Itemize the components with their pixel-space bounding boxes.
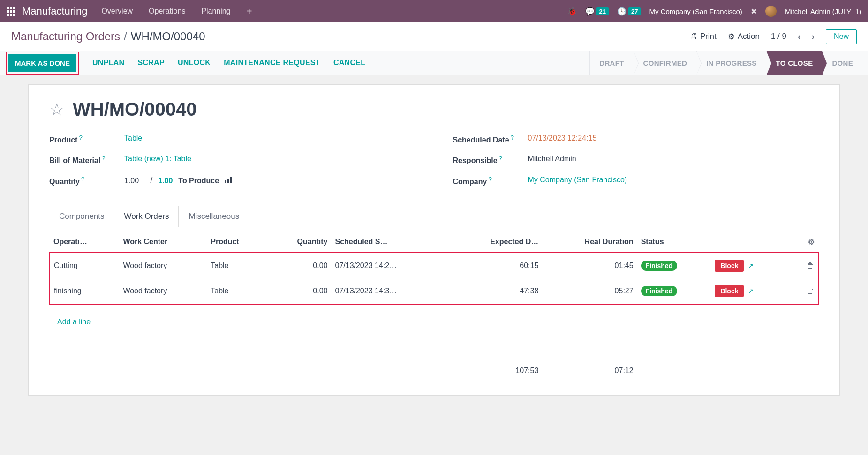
cancel-button[interactable]: CANCEL	[333, 59, 365, 67]
th-expected[interactable]: Expected D…	[448, 232, 542, 253]
company-selector[interactable]: My Company (San Francisco)	[649, 7, 742, 15]
mark-as-done-button[interactable]: MARK AS DONE	[8, 54, 76, 72]
value-company[interactable]: My Company (San Francisco)	[528, 176, 627, 186]
tab-components[interactable]: Components	[49, 206, 114, 227]
external-link-icon[interactable]: ↗	[748, 287, 754, 295]
next-button[interactable]: ›	[812, 32, 815, 42]
to-produce-label: To Produce	[178, 177, 219, 185]
nav-add-icon[interactable]: +	[247, 6, 252, 17]
value-bom[interactable]: Table (new) 1: Table	[124, 155, 191, 165]
qty-target: 1.00	[158, 177, 173, 185]
print-label: Print	[700, 32, 717, 41]
action-bar: MARK AS DONE UNPLAN SCRAP UNLOCK MAINTEN…	[0, 51, 868, 75]
value-quantity: 1.00 / 1.00 To Produce	[124, 176, 233, 186]
order-name: WH/MO/00040	[73, 99, 197, 120]
unplan-button[interactable]: UNPLAN	[92, 59, 124, 67]
clock-icon: 🕓	[617, 7, 626, 16]
cell-qty: 0.00	[267, 278, 331, 304]
add-line-button[interactable]: Add a line	[53, 311, 815, 333]
th-status[interactable]: Status	[637, 232, 793, 253]
label-company: Company?	[453, 176, 528, 186]
svg-rect-0	[225, 180, 226, 183]
chat-icon: 💬	[585, 7, 595, 16]
th-operation[interactable]: Operati…	[50, 232, 119, 253]
cell-scheduled: 07/13/2023 14:2…	[331, 253, 448, 278]
cell-operation: finishing	[50, 278, 119, 304]
activities-badge: 27	[628, 7, 641, 15]
maintenance-button[interactable]: MAINTENANCE REQUEST	[224, 59, 320, 67]
tools-icon[interactable]: ✖	[751, 7, 757, 16]
cell-work-center: Wood factory	[119, 253, 207, 278]
scrap-button[interactable]: SCRAP	[137, 59, 165, 67]
print-button[interactable]: 🖨 Print	[689, 32, 717, 41]
th-work-center[interactable]: Work Center	[119, 232, 207, 253]
table-row[interactable]: Cutting Wood factory Table 0.00 07/13/20…	[50, 253, 818, 278]
status-confirmed[interactable]: CONFIRMED	[634, 51, 697, 75]
label-bom: Bill of Material?	[49, 155, 124, 165]
cell-operation: Cutting	[50, 253, 119, 278]
value-scheduled[interactable]: 07/13/2023 12:24:15	[528, 134, 597, 144]
breadcrumb-sep: /	[124, 30, 127, 43]
table-row[interactable]: finishing Wood factory Table 0.00 07/13/…	[50, 278, 818, 304]
breadcrumb-bar: Manufacturing Orders / WH/MO/00040 🖨 Pri…	[0, 22, 868, 51]
app-title: Manufacturing	[22, 5, 87, 17]
breadcrumb-parent[interactable]: Manufacturing Orders	[11, 30, 120, 43]
tab-misc[interactable]: Miscellaneous	[179, 206, 249, 227]
breadcrumb-current: WH/MO/00040	[131, 30, 205, 43]
value-responsible[interactable]: Mitchell Admin	[528, 155, 576, 165]
cell-real: 01:45	[542, 253, 637, 278]
prev-button[interactable]: ‹	[798, 32, 800, 42]
bug-icon[interactable]: 🐞	[567, 7, 577, 16]
status-to-close[interactable]: TO CLOSE	[766, 51, 823, 75]
cell-work-center: Wood factory	[119, 278, 207, 304]
star-icon[interactable]: ☆	[49, 100, 64, 119]
nav-operations[interactable]: Operations	[149, 7, 185, 15]
fields-right: Scheduled Date? 07/13/2023 12:24:15 Resp…	[453, 134, 819, 196]
block-button[interactable]: Block	[715, 285, 744, 297]
form-sheet: ☆ WH/MO/00040 Product? Table Bill of Mat…	[28, 84, 840, 396]
status-badge: Finished	[641, 286, 678, 296]
forecast-icon[interactable]	[225, 177, 233, 185]
activities-button[interactable]: 🕓 27	[617, 7, 641, 16]
cell-scheduled: 07/13/2023 14:3…	[331, 278, 448, 304]
user-menu[interactable]: Mitchell Admin (JULY_1)	[785, 7, 861, 15]
cell-expected: 47:38	[448, 278, 542, 304]
highlight-work-orders: Cutting Wood factory Table 0.00 07/13/20…	[50, 253, 818, 304]
new-button[interactable]: New	[826, 29, 857, 44]
block-button[interactable]: Block	[715, 260, 744, 272]
label-scheduled: Scheduled Date?	[453, 134, 528, 144]
status-in-progress[interactable]: IN PROGRESS	[696, 51, 766, 75]
apps-icon[interactable]	[7, 7, 15, 16]
cell-product: Table	[207, 278, 267, 304]
th-quantity[interactable]: Quantity	[267, 232, 331, 253]
print-icon: 🖨	[689, 32, 697, 41]
trash-icon[interactable]: 🗑	[807, 261, 814, 269]
avatar[interactable]	[765, 6, 777, 17]
tab-work-orders[interactable]: Work Orders	[114, 206, 179, 227]
highlight-mark-done: MARK AS DONE	[6, 52, 79, 75]
qty-value[interactable]: 1.00	[124, 177, 139, 185]
top-nav: Manufacturing Overview Operations Planni…	[0, 0, 868, 22]
label-quantity: Quantity?	[49, 176, 124, 186]
svg-rect-2	[230, 177, 232, 183]
column-settings-icon[interactable]: ⚙	[808, 238, 815, 246]
th-scheduled[interactable]: Scheduled S…	[331, 232, 448, 253]
external-link-icon[interactable]: ↗	[748, 262, 754, 269]
nav-overview[interactable]: Overview	[101, 7, 133, 15]
qty-sep: /	[150, 176, 152, 186]
th-real[interactable]: Real Duration	[542, 232, 637, 253]
top-right: 🐞 💬 21 🕓 27 My Company (San Francisco) ✖…	[567, 6, 861, 17]
cell-real: 05:27	[542, 278, 637, 304]
action-button[interactable]: ⚙ Action	[728, 32, 760, 42]
nav-planning[interactable]: Planning	[201, 7, 230, 15]
status-done[interactable]: DONE	[822, 51, 862, 75]
messages-button[interactable]: 💬 21	[585, 7, 609, 16]
action-label: Action	[738, 32, 760, 41]
th-product[interactable]: Product	[207, 232, 267, 253]
value-product[interactable]: Table	[124, 134, 142, 144]
label-product: Product?	[49, 134, 124, 144]
status-draft[interactable]: DRAFT	[589, 51, 633, 75]
trash-icon[interactable]: 🗑	[807, 287, 814, 295]
total-expected: 107:53	[448, 358, 542, 382]
unlock-button[interactable]: UNLOCK	[178, 59, 211, 67]
